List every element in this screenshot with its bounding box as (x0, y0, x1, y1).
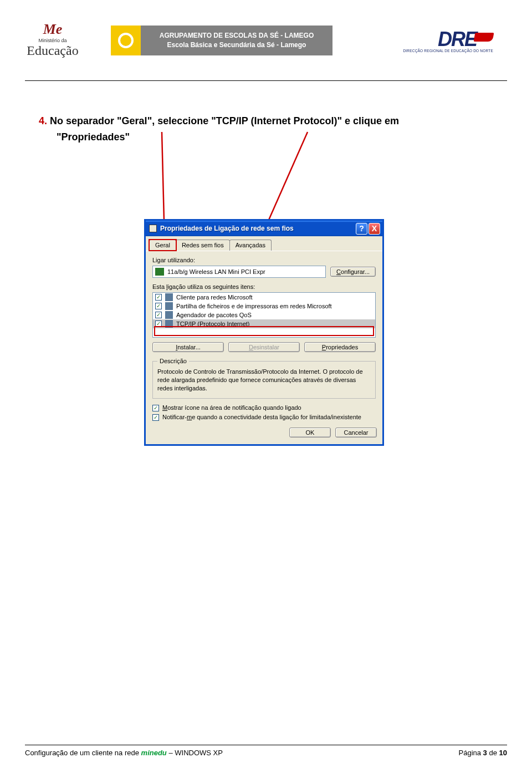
ligar-label: Ligar utilizando: (152, 257, 376, 263)
tab-strip: Geral Redes sem fios Avançadas (146, 236, 382, 251)
step-4-text: 4. No separador "Geral", seleccione "TCP… (39, 113, 493, 145)
description-text: Protocolo de Controlo de Transmissão/Pro… (157, 368, 371, 393)
item-label: Cliente para redes Microsoft (176, 294, 253, 301)
components-listbox[interactable]: ✓ Cliente para redes Microsoft ✓ Partilh… (152, 292, 376, 338)
item-label: TCP/IP (Protocolo Internet) (176, 321, 249, 327)
list-buttons: Instalar... Desinstalar Propriedades (152, 342, 376, 352)
footer-left: Configuração de um cliente na rede mined… (25, 749, 223, 757)
titlebar[interactable]: Propriedades de Ligação de rede sem fios… (146, 221, 382, 236)
dren-swoosh-icon (474, 33, 494, 42)
checkbox-icon[interactable]: ✓ (155, 303, 162, 309)
window-title: Propriedades de Ligação de rede sem fios (160, 225, 355, 232)
checkbox-icon[interactable]: ✓ (155, 312, 162, 318)
configurar-button[interactable]: Configurar... (330, 267, 376, 277)
close-button[interactable]: X (369, 223, 380, 235)
help-button[interactable]: ? (356, 223, 367, 235)
logo-dren: DRE DIRECÇÃO REGIONAL DE EDUCAÇÃO DO NOR… (349, 28, 493, 53)
footer: Configuração de um cliente na rede mined… (25, 745, 507, 757)
logo-me-emblem: Me (43, 22, 63, 37)
banner-emblem (111, 26, 141, 55)
tab-redes-sem-fios[interactable]: Redes sem fios (176, 240, 230, 251)
dren-main: DRE (438, 28, 477, 51)
ok-button[interactable]: OK (289, 428, 331, 438)
adapter-field[interactable]: 11a/b/g Wireless LAN Mini PCI Expr (152, 266, 326, 278)
footer-minedu: minedu (141, 749, 167, 757)
dialog-container: Propriedades de Ligação de rede sem fios… (144, 219, 384, 446)
list-item[interactable]: ✓ Cliente para redes Microsoft (153, 293, 375, 302)
tab-avancadas[interactable]: Avançadas (229, 240, 272, 251)
nic-icon (155, 268, 164, 276)
panel-geral: Ligar utilizando: 11a/b/g Wireless LAN M… (146, 251, 382, 428)
item-label: Partilha de ficheiros e de impressoras e… (176, 303, 332, 309)
chk-label: Notificar-me quando a conectividade dest… (162, 414, 361, 420)
page-number: 3 (483, 749, 487, 757)
chk-label: Mostrar ícone na área de notificação qua… (162, 404, 301, 411)
show-icon-checkbox-row[interactable]: ✓ Mostrar ícone na área de notificação q… (152, 404, 376, 411)
description-group: Descrição Protocolo de Controlo de Trans… (152, 358, 376, 399)
window-icon (149, 225, 157, 232)
school-banner: AGRUPAMENTO DE ESCOLAS DA SÉ - LAMEGO Es… (111, 26, 332, 55)
protocol-icon (165, 320, 173, 328)
service-icon (165, 302, 173, 310)
checkbox-icon[interactable]: ✓ (152, 405, 159, 411)
adapter-row: 11a/b/g Wireless LAN Mini PCI Expr Confi… (152, 266, 376, 278)
items-label: Esta ligação utiliza os seguintes itens: (152, 283, 376, 290)
dren-sub: DIRECÇÃO REGIONAL DE EDUCAÇÃO DO NORTE (349, 49, 493, 53)
client-icon (165, 293, 173, 301)
tab-geral[interactable]: Geral (149, 240, 176, 251)
banner-line1: AGRUPAMENTO DE ESCOLAS DA SÉ - LAMEGO (145, 31, 328, 40)
properties-dialog: Propriedades de Ligação de rede sem fios… (144, 219, 384, 446)
logo-me-bot: Educação (27, 43, 78, 58)
page-total: 10 (499, 749, 507, 757)
desinstalar-button: Desinstalar (228, 342, 300, 352)
header: Me Ministério da Educação AGRUPAMENTO DE… (0, 0, 532, 75)
banner-text: AGRUPAMENTO DE ESCOLAS DA SÉ - LAMEGO Es… (141, 31, 332, 50)
dialog-buttons: OK Cancelar (146, 428, 382, 444)
service-icon (165, 311, 173, 319)
logo-ministerio-educacao: Me Ministério da Educação (11, 14, 94, 67)
cancel-button[interactable]: Cancelar (335, 428, 377, 438)
adapter-name: 11a/b/g Wireless LAN Mini PCI Expr (167, 268, 265, 275)
checkbox-icon[interactable]: ✓ (155, 294, 162, 301)
propriedades-button[interactable]: Propriedades (304, 342, 376, 352)
footer-right: Página 3 de 10 (459, 749, 507, 757)
content: 4. No separador "Geral", seleccione "TCP… (0, 81, 532, 145)
description-legend: Descrição (157, 358, 189, 364)
checkbox-icon[interactable]: ✓ (152, 414, 159, 421)
step-number: 4. (39, 115, 47, 126)
list-item-tcpip[interactable]: ✓ TCP/IP (Protocolo Internet) (153, 319, 375, 328)
list-item[interactable]: ✓ Agendador de pacotes QoS (153, 311, 375, 319)
logo-me-mid: Ministério da (38, 38, 66, 43)
step-propriedades: "Propriedades" (57, 129, 493, 145)
checkbox-icon[interactable]: ✓ (155, 321, 162, 327)
banner-line2: Escola Básica e Secundária da Sé - Lameg… (145, 40, 328, 50)
list-item[interactable]: ✓ Partilha de ficheiros e de impressoras… (153, 302, 375, 311)
instalar-button[interactable]: Instalar... (152, 342, 224, 352)
notify-checkbox-row[interactable]: ✓ Notificar-me quando a conectividade de… (152, 414, 376, 421)
item-label: Agendador de pacotes QoS (176, 312, 252, 318)
